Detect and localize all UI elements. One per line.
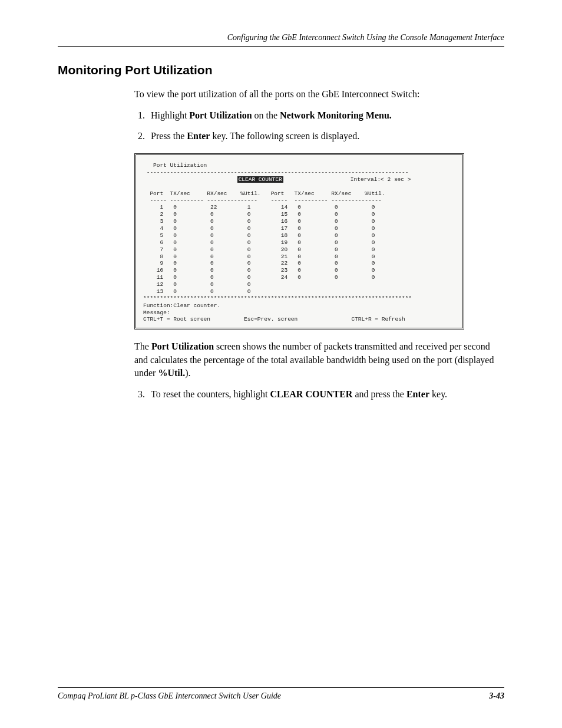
step-bold: Enter bbox=[406, 389, 429, 399]
step-text: To reset the counters, highlight bbox=[151, 389, 270, 399]
post-paragraph: The Port Utilization screen shows the nu… bbox=[134, 340, 498, 380]
post-text: ). bbox=[185, 368, 190, 378]
step-text: key. bbox=[429, 389, 447, 399]
clear-counter-highlight[interactable]: CLEAR COUNTER bbox=[237, 176, 283, 183]
intro-text: To view the port utilization of all the … bbox=[134, 88, 498, 101]
step-2: Press the Enter key. The following scree… bbox=[147, 130, 498, 143]
terminal-content: Port Utilization -----------------------… bbox=[136, 155, 462, 328]
step-text: key. The following screen is displayed. bbox=[210, 131, 359, 141]
footer-guide: Compaq ProLiant BL p-Class GbE Interconn… bbox=[58, 691, 281, 701]
terminal-screenshot: Port Utilization -----------------------… bbox=[134, 153, 464, 330]
post-bold: %Util. bbox=[158, 368, 185, 378]
step-1: Highlight Port Utilization on the Networ… bbox=[147, 109, 498, 122]
footer-rule bbox=[58, 687, 504, 688]
step-bold: Network Monitoring Menu. bbox=[280, 110, 392, 120]
step-text: on the bbox=[252, 110, 280, 120]
step-3: To reset the counters, highlight CLEAR C… bbox=[147, 388, 498, 401]
running-header: Configuring the GbE Interconnect Switch … bbox=[58, 33, 504, 42]
steps-list-2: To reset the counters, highlight CLEAR C… bbox=[134, 388, 498, 401]
step-bold: Port Utilization bbox=[189, 110, 252, 120]
page-footer: Compaq ProLiant BL p-Class GbE Interconn… bbox=[58, 687, 504, 701]
steps-list: Highlight Port Utilization on the Networ… bbox=[134, 109, 498, 143]
header-rule bbox=[58, 46, 504, 47]
post-text: The bbox=[134, 341, 151, 351]
step-text: and press the bbox=[352, 389, 406, 399]
step-text: Highlight bbox=[151, 110, 189, 120]
step-bold: CLEAR COUNTER bbox=[270, 389, 352, 399]
section-title: Monitoring Port Utilization bbox=[58, 63, 504, 77]
footer-page-number: 3-43 bbox=[489, 691, 504, 701]
step-bold: Enter bbox=[187, 131, 210, 141]
post-bold: Port Utilization bbox=[151, 341, 214, 351]
step-text: Press the bbox=[151, 131, 187, 141]
